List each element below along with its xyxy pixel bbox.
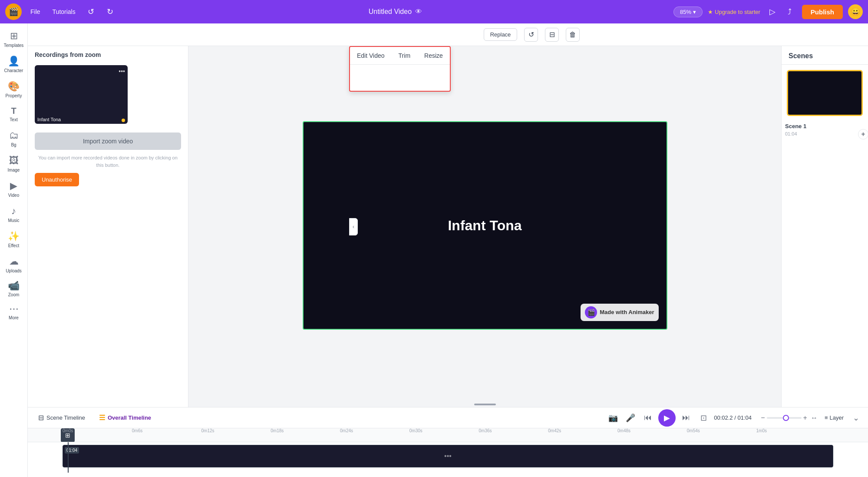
scene-card-wrapper: Scene 1 01:04 + bbox=[782, 65, 868, 139]
zoom-plus-icon[interactable]: + bbox=[803, 414, 807, 422]
skip-forward-button[interactable]: ⏭ bbox=[679, 411, 693, 425]
video-thumbnail[interactable]: ••• Infant Tona bbox=[35, 65, 128, 124]
middle-row: Recordings from zoom ••• Infant Tona Imp… bbox=[28, 46, 868, 407]
sidebar-item-music[interactable]: ♪ Music bbox=[2, 202, 26, 226]
ruler-mark-9: 0m54s bbox=[687, 428, 700, 433]
timeline-header: ⊟ Scene Timeline ☰ Overall Timeline 📷 🎤 … bbox=[28, 407, 868, 428]
zoom-control[interactable]: 85% ▾ bbox=[673, 7, 703, 17]
video-thumb-menu-icon[interactable]: ••• bbox=[119, 68, 125, 75]
import-zoom-video-button[interactable]: Import zoom video bbox=[35, 132, 181, 150]
sidebar-item-templates[interactable]: ⊞ Templates bbox=[2, 27, 26, 51]
ruler-mark-10: 1m0s bbox=[756, 428, 767, 433]
layer-button[interactable]: ≡ Layer bbox=[821, 413, 847, 423]
animaker-logo: 🎬 bbox=[585, 306, 597, 318]
zoom-thumb bbox=[783, 415, 789, 421]
total-time: 01:04 bbox=[737, 414, 752, 421]
skip-back-button[interactable]: ⏮ bbox=[641, 411, 655, 425]
sidebar-item-property[interactable]: 🎨 Property bbox=[2, 77, 26, 102]
dropdown-content bbox=[350, 65, 450, 91]
nav-right-icons: ▷ ⤴ bbox=[766, 5, 797, 19]
star-icon: ★ bbox=[708, 9, 713, 15]
scene-timeline-tab[interactable]: ⊟ Scene Timeline bbox=[35, 412, 89, 424]
import-hint-text: You can import more recorded videos done… bbox=[35, 154, 181, 169]
publish-button[interactable]: Publish bbox=[802, 5, 843, 19]
delete-button[interactable]: 🗑 bbox=[566, 28, 580, 42]
upgrade-button[interactable]: ★ Upgrade to starter bbox=[708, 9, 760, 15]
canvas-wrapper: Infant Tona 🎬 Made with Animaker bbox=[188, 46, 781, 404]
edit-video-tab[interactable]: Edit Video bbox=[350, 47, 392, 64]
sidebar-item-effect[interactable]: ✨ Effect bbox=[2, 227, 26, 252]
user-avatar[interactable]: 😀 bbox=[848, 4, 863, 19]
sidebar-item-label-zoom: Zoom bbox=[8, 292, 20, 297]
mic-button[interactable]: 🎤 bbox=[624, 411, 637, 425]
reset-button[interactable]: ↺ bbox=[524, 28, 538, 42]
zoom-minus-icon[interactable]: − bbox=[761, 414, 765, 422]
sidebar-item-label-music: Music bbox=[8, 218, 19, 223]
camera-icon-button[interactable]: 📷 bbox=[606, 411, 620, 425]
share-button[interactable]: ⤴ bbox=[783, 5, 797, 19]
file-menu-button[interactable]: File bbox=[27, 7, 44, 17]
ruler-mark-6: 0m36s bbox=[479, 428, 492, 433]
sidebar-item-label-text: Text bbox=[10, 117, 17, 122]
zoom-expand-icon[interactable]: ↔ bbox=[811, 414, 818, 422]
ruler-mark-1: 0m6s bbox=[132, 428, 142, 433]
uploads-icon: ☁ bbox=[9, 256, 19, 267]
scene-timeline-label: Scene Timeline bbox=[46, 414, 85, 421]
replace-button[interactable]: Replace bbox=[484, 28, 518, 41]
ruler-mark-2: 0m12s bbox=[201, 428, 215, 433]
left-panel: Recordings from zoom ••• Infant Tona Imp… bbox=[28, 46, 188, 407]
sidebar-item-image[interactable]: 🖼 Image bbox=[2, 152, 26, 176]
app-logo: 🎬 bbox=[5, 3, 22, 20]
sidebar-item-character[interactable]: 👤 Character bbox=[2, 52, 26, 76]
video-thumbnail-container: ••• Infant Tona bbox=[28, 62, 188, 127]
content-area: Replace ↺ ⊟ 🗑 Recordings from zoom ••• I… bbox=[28, 23, 868, 477]
video-track-clip[interactable]: 01:04 ••• bbox=[63, 445, 833, 467]
play-preview-button[interactable]: ▷ bbox=[766, 5, 779, 19]
scene-card-1[interactable] bbox=[787, 70, 863, 116]
split-view-button[interactable]: ⊟ bbox=[545, 28, 559, 42]
captions-button[interactable]: ⊡ bbox=[696, 411, 710, 425]
trim-tab[interactable]: Trim bbox=[392, 47, 417, 64]
zoom-chevron-icon: ▾ bbox=[693, 9, 696, 15]
overall-timeline-label: Overall Timeline bbox=[108, 414, 151, 421]
zoom-slider[interactable] bbox=[767, 417, 802, 419]
scene-timeline-icon: ⊟ bbox=[38, 414, 44, 422]
add-scene-button[interactable]: + bbox=[858, 129, 868, 139]
unauthorise-button[interactable]: Unauthorise bbox=[35, 173, 79, 186]
upgrade-label: Upgrade to starter bbox=[715, 9, 760, 15]
layer-label: Layer bbox=[829, 414, 844, 421]
sidebar-item-label-templates: Templates bbox=[4, 43, 24, 48]
left-sidebar: ⊞ Templates 👤 Character 🎨 Property T Tex… bbox=[0, 23, 28, 477]
import-section: Import zoom video You can import more re… bbox=[28, 127, 188, 407]
redo-button[interactable]: ↻ bbox=[103, 5, 117, 19]
sidebar-item-zoom[interactable]: 📹 Zoom bbox=[2, 278, 26, 300]
dropdown-tabs: Edit Video Trim Resize bbox=[350, 47, 450, 65]
sidebar-item-label-effect: Effect bbox=[8, 243, 19, 248]
image-icon: 🖼 bbox=[9, 155, 19, 166]
sidebar-item-more[interactable]: ⋯ More bbox=[2, 301, 26, 323]
zoom-slider-area: − + ↔ bbox=[761, 414, 818, 422]
sidebar-item-label-character: Character bbox=[4, 68, 23, 73]
sidebar-item-bg[interactable]: 🗂 Bg bbox=[2, 126, 26, 151]
zoom-cam-icon: 📹 bbox=[8, 280, 20, 292]
collapse-panel-button[interactable]: ‹ bbox=[349, 218, 358, 235]
canvas-area: Edit Video Trim Resize ‹ Infant Tona 🎬 bbox=[188, 46, 781, 407]
timeline-expand-button[interactable]: ⌄ bbox=[851, 413, 861, 423]
tutorials-button[interactable]: Tutorials bbox=[49, 7, 79, 17]
resize-tab[interactable]: Resize bbox=[417, 47, 450, 64]
timeline-area: ⊟ Scene Timeline ☰ Overall Timeline 📷 🎤 … bbox=[28, 407, 868, 477]
scenes-header: Scenes bbox=[782, 46, 868, 65]
sidebar-item-video[interactable]: ▶ Video bbox=[2, 177, 26, 201]
sidebar-item-label-more: More bbox=[9, 315, 19, 320]
text-icon: T bbox=[11, 106, 16, 116]
sidebar-item-text[interactable]: T Text bbox=[2, 103, 26, 126]
canvas-watermark: 🎬 Made with Animaker bbox=[581, 304, 658, 321]
time-display: 00:02.2 / 01:04 bbox=[714, 414, 757, 421]
play-button[interactable]: ▶ bbox=[658, 409, 676, 427]
sidebar-item-uploads[interactable]: ☁ Uploads bbox=[2, 252, 26, 277]
overall-timeline-tab[interactable]: ☰ Overall Timeline bbox=[96, 412, 155, 424]
undo-button[interactable]: ↺ bbox=[84, 5, 98, 19]
video-thumb-dot bbox=[122, 119, 125, 122]
layers-icon: ≡ bbox=[825, 414, 828, 421]
music-icon: ♪ bbox=[11, 205, 16, 217]
